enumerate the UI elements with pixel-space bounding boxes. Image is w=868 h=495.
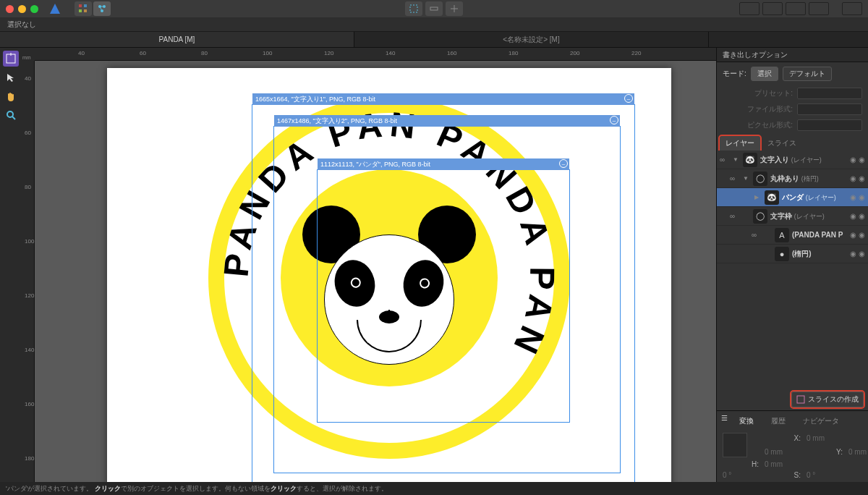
move-tool-icon[interactable]: [3, 69, 19, 85]
w-value[interactable]: 0 mm: [765, 448, 801, 456]
s-value[interactable]: 0 °: [807, 471, 843, 479]
layer-row[interactable]: ∞◯文字枠 (レイヤー)◉◉: [717, 207, 868, 226]
slice-close-icon[interactable]: –: [624, 94, 633, 103]
y-value[interactable]: 0 mm: [848, 448, 868, 456]
svg-line-18: [12, 117, 15, 119]
persona-export-button[interactable]: [93, 1, 111, 16]
tab-navigator[interactable]: ナビゲータ: [797, 414, 845, 428]
lock-icon[interactable]: ◉: [859, 231, 865, 239]
window-controls: [6, 5, 38, 13]
close-window-icon[interactable]: [6, 5, 14, 13]
svg-rect-11: [430, 7, 438, 10]
doc-tab-untitled[interactable]: <名称未設定> [M]: [354, 32, 709, 47]
svg-rect-10: [410, 5, 417, 12]
x-value[interactable]: 0 mm: [807, 434, 843, 442]
doc-tab-panda[interactable]: PANDA [M]: [0, 32, 354, 47]
tab-slices[interactable]: スライス: [762, 136, 802, 151]
ruler-horizontal: 406080100120140160180200220: [35, 48, 716, 61]
tab-history[interactable]: 履歴: [765, 414, 791, 428]
layer-name: 文字枠 (レイヤー): [770, 211, 847, 221]
fileformat-dropdown[interactable]: [797, 103, 862, 115]
pixelformat-dropdown[interactable]: [797, 119, 862, 131]
svg-rect-2: [84, 4, 87, 7]
lock-icon[interactable]: ◉: [859, 212, 865, 220]
layer-name: 丸枠あり (楕円): [770, 174, 847, 184]
snap-button[interactable]: [405, 1, 422, 16]
lock-icon[interactable]: ◉: [859, 250, 865, 258]
layer-name: 文字入り (レイヤー): [760, 155, 847, 165]
r-value[interactable]: 0 °: [723, 471, 759, 479]
visibility-icon[interactable]: ◉: [850, 231, 856, 239]
arrange-button-4[interactable]: [809, 2, 829, 15]
svg-point-17: [7, 111, 13, 117]
h-value[interactable]: 0 mm: [765, 460, 801, 468]
layer-row[interactable]: ●(楕円) ◉◉: [717, 245, 868, 263]
layer-row[interactable]: ▶🐼パンダ (レイヤー)◉◉: [717, 188, 868, 207]
slice-icon: [796, 395, 805, 404]
preset-label: プリセット:: [754, 88, 793, 98]
disclosure-icon[interactable]: ▶: [754, 194, 762, 200]
s-label: S:: [765, 471, 801, 479]
w-label: W:: [848, 434, 868, 442]
app-icon: [48, 2, 61, 15]
layer-thumb: ●: [775, 247, 789, 261]
slice-close-icon[interactable]: –: [610, 116, 618, 124]
slice-box[interactable]: 1112x1113, "パンダ", PNG, RGB 8-bit–: [317, 169, 570, 423]
preset-dropdown[interactable]: [797, 88, 862, 99]
canvas-area[interactable]: mm 406080100120140160180200220 406080100…: [22, 48, 716, 482]
anchor-widget[interactable]: [723, 433, 747, 457]
svg-rect-3: [79, 9, 82, 12]
visibility-icon[interactable]: ◉: [850, 174, 856, 182]
share-icon[interactable]: ∞: [720, 156, 730, 164]
context-bar: 選択なし: [0, 17, 868, 32]
layer-row[interactable]: ∞A(PANDA PAN P ◉◉: [717, 226, 868, 245]
layers-list: ∞▼🐼文字入り (レイヤー)◉◉∞▼◯丸枠あり (楕円)◉◉▶🐼パンダ (レイヤ…: [717, 151, 868, 389]
export-options-header: 書き出しオプション: [717, 48, 868, 62]
svg-rect-1: [79, 4, 82, 7]
disclosure-icon[interactable]: ▼: [743, 175, 750, 182]
slice-close-icon[interactable]: –: [559, 159, 568, 168]
svg-marker-0: [50, 4, 60, 14]
hand-tool-icon[interactable]: [3, 88, 19, 104]
lock-icon[interactable]: ◉: [859, 174, 865, 182]
share-icon[interactable]: ∞: [752, 231, 762, 239]
menu-button[interactable]: [842, 2, 862, 15]
layers-stack-icon[interactable]: ☰: [721, 414, 728, 428]
ruler-unit: mm: [22, 48, 35, 61]
svg-marker-16: [7, 74, 14, 82]
x-label: X:: [765, 434, 801, 442]
create-slice-button[interactable]: スライスの作成: [791, 392, 864, 407]
visibility-icon[interactable]: ◉: [850, 250, 856, 258]
visibility-icon[interactable]: ◉: [850, 156, 856, 164]
r-label: R:: [848, 460, 868, 468]
mode-default-button[interactable]: デフォルト: [783, 67, 832, 81]
layer-name: (PANDA PAN P: [792, 231, 847, 239]
right-panel: 書き出しオプション モード: 選択 デフォルト プリセット: ファイル形式: ピ…: [716, 48, 868, 482]
persona-vector-button[interactable]: [75, 1, 92, 16]
y-label: Y:: [807, 448, 843, 456]
arrange-button-3[interactable]: [786, 2, 806, 15]
align-button[interactable]: [425, 1, 443, 16]
share-icon[interactable]: ∞: [730, 174, 740, 182]
minimize-window-icon[interactable]: [18, 5, 26, 13]
disclosure-icon[interactable]: ▼: [733, 156, 740, 163]
tab-transform[interactable]: 変換: [733, 414, 760, 428]
slice-tool-icon[interactable]: [3, 51, 19, 67]
share-icon[interactable]: ∞: [730, 212, 740, 220]
arrange-button-2[interactable]: [762, 2, 783, 15]
pixelformat-label: ピクセル形式:: [747, 120, 793, 130]
layer-row[interactable]: ∞▼🐼文字入り (レイヤー)◉◉: [717, 151, 868, 169]
lock-icon[interactable]: ◉: [859, 193, 865, 201]
zoom-window-icon[interactable]: [30, 5, 38, 13]
layer-row[interactable]: ∞▼◯丸枠あり (楕円)◉◉: [717, 169, 868, 188]
tab-layers[interactable]: レイヤー: [720, 136, 760, 151]
visibility-icon[interactable]: ◉: [850, 193, 856, 201]
layer-name: パンダ (レイヤー): [782, 192, 847, 203]
mode-select-button[interactable]: 選択: [751, 67, 778, 81]
lock-icon[interactable]: ◉: [859, 156, 865, 164]
zoom-tool-icon[interactable]: [3, 107, 19, 123]
visibility-icon[interactable]: ◉: [850, 212, 856, 220]
arrange-button-1[interactable]: [739, 2, 760, 15]
grid-button[interactable]: [446, 1, 463, 16]
ruler-vertical: 406080100120140160180: [22, 61, 35, 482]
